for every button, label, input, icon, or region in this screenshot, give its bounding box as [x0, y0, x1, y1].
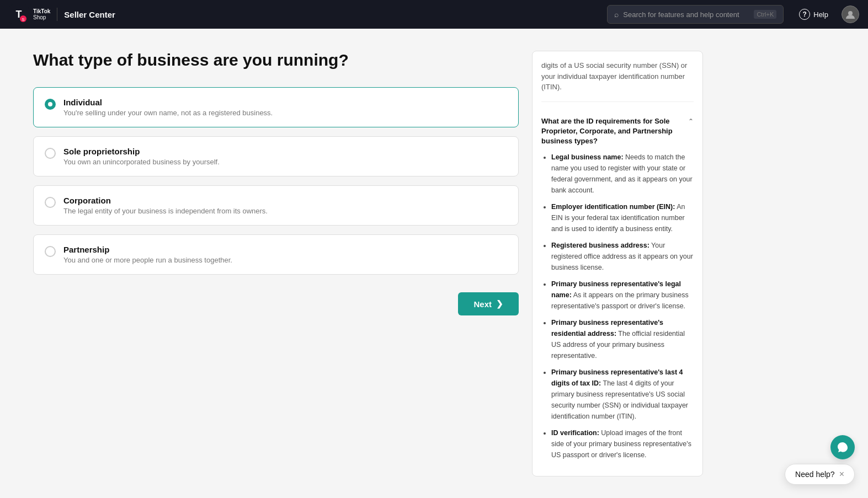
option-partnership-name: Partnership [63, 245, 232, 254]
search-icon: ⌕ [614, 10, 619, 19]
option-sole-proprietorship[interactable]: Sole proprietorship You own an unincorpo… [33, 136, 519, 176]
option-sole-text: Sole proprietorship You own an unincorpo… [63, 147, 220, 166]
next-button-label: Next [473, 299, 492, 309]
need-help-bubble[interactable]: Need help? × [785, 464, 855, 485]
search-bar[interactable]: ⌕ Search for features and help content C… [607, 5, 784, 24]
left-panel: What type of business are you running? I… [33, 51, 519, 476]
option-individual[interactable]: Individual You're selling under your own… [33, 87, 519, 127]
option-partnership-text: Partnership You and one or more people r… [63, 245, 232, 264]
option-sole-desc: You own an unincorporated business by yo… [63, 158, 220, 166]
list-item: ID verification: Upload images of the fr… [551, 427, 694, 460]
need-help-label: Need help? [795, 470, 835, 479]
next-arrow-icon: ❯ [496, 299, 503, 309]
next-button[interactable]: Next ❯ [458, 292, 519, 315]
option-corporation-text: Corporation The legal entity of your bus… [63, 196, 268, 215]
help-section-body: Legal business name: Needs to match the … [541, 152, 694, 460]
main-content: What type of business are you running? I… [0, 29, 868, 498]
item-label-1: Employer identification number (EIN): [551, 203, 675, 211]
svg-point-4 [848, 11, 853, 15]
svg-text:S: S [22, 17, 24, 22]
list-item: Primary business representative's last 4… [551, 367, 694, 422]
chat-icon-button[interactable] [830, 435, 855, 459]
radio-inner-individual [48, 102, 52, 106]
option-individual-desc: You're selling under your own name, not … [63, 109, 273, 117]
help-button[interactable]: ? Help [799, 9, 828, 20]
item-label-6: ID verification: [551, 429, 599, 437]
help-label: Help [813, 10, 828, 19]
close-bubble-icon[interactable]: × [839, 470, 844, 479]
seller-center-title: Seller Center [64, 10, 115, 19]
logo[interactable]: T S TikTok Shop [9, 4, 50, 24]
app-header: T S TikTok Shop Seller Center ⌕ Search f… [0, 0, 868, 29]
item-label-2: Registered business address: [551, 242, 649, 249]
page-title: What type of business are you running? [33, 51, 519, 69]
chevron-up-icon: ⌃ [688, 117, 694, 125]
radio-partnership [45, 246, 56, 257]
list-item: Primary business representative's legal … [551, 279, 694, 312]
tiktok-shop-icon: T S [9, 4, 29, 24]
list-item: Registered business address: Your regist… [551, 240, 694, 273]
option-corporation-desc: The legal entity of your business is ind… [63, 207, 268, 215]
radio-sole [45, 148, 56, 159]
chat-icon [837, 441, 849, 453]
help-section-header[interactable]: What are the ID requirements for Sole Pr… [541, 111, 694, 152]
option-partnership-desc: You and one or more people run a busines… [63, 256, 232, 264]
search-placeholder-text: Search for features and help content [623, 10, 749, 19]
option-individual-text: Individual You're selling under your own… [63, 98, 273, 117]
option-corporation-name: Corporation [63, 196, 268, 205]
help-circle-icon: ? [799, 9, 810, 20]
help-section-title: What are the ID requirements for Sole Pr… [541, 116, 684, 147]
business-type-options: Individual You're selling under your own… [33, 87, 519, 275]
list-item: Legal business name: Needs to match the … [551, 152, 694, 196]
help-panel: digits of a US social security number (S… [532, 51, 703, 476]
option-corporation[interactable]: Corporation The legal entity of your bus… [33, 185, 519, 226]
avatar-icon [845, 9, 855, 19]
item-label-0: Legal business name: [551, 153, 624, 161]
radio-corporation [45, 197, 56, 208]
help-section-id-requirements: What are the ID requirements for Sole Pr… [541, 111, 694, 461]
list-item: Primary business representative's reside… [551, 317, 694, 361]
radio-individual [45, 99, 56, 110]
search-shortcut: Ctrl+K [754, 10, 776, 19]
header-divider [57, 8, 57, 21]
option-sole-name: Sole proprietorship [63, 147, 220, 156]
help-intro-text: digits of a US social security number (S… [541, 60, 694, 102]
user-avatar[interactable] [842, 6, 859, 23]
option-partnership[interactable]: Partnership You and one or more people r… [33, 234, 519, 275]
item-text-3: As it appears on the primary business re… [551, 291, 689, 310]
option-individual-name: Individual [63, 98, 273, 107]
list-item: Employer identification number (EIN): An… [551, 201, 694, 234]
